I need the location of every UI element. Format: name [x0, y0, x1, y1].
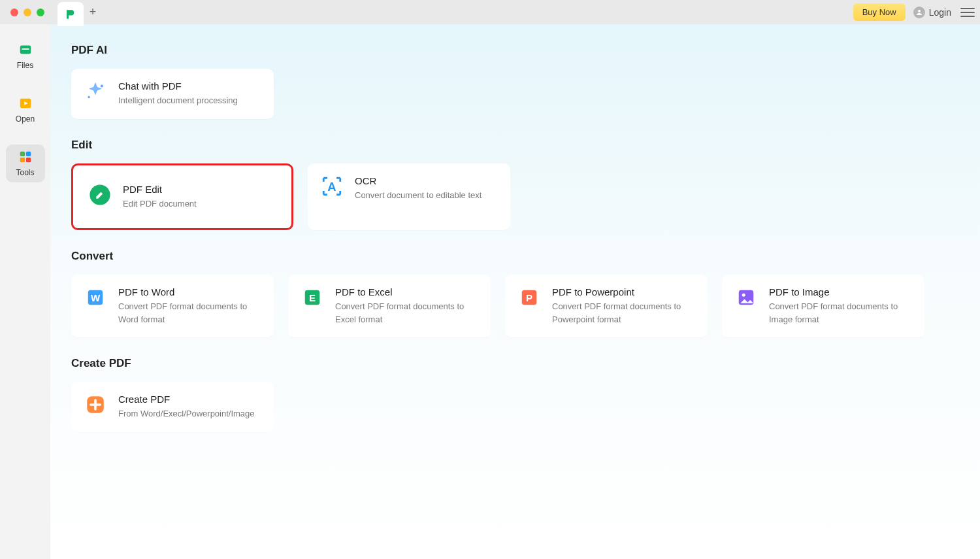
sidebar-item-files[interactable]: Files: [6, 37, 45, 75]
section-title: PDF AI: [71, 44, 959, 57]
section-title: Create PDF: [71, 357, 959, 370]
image-icon: [735, 286, 757, 309]
excel-icon: E: [301, 286, 323, 309]
card-title: PDF to Powerpoint: [552, 286, 694, 297]
sidebar-item-open[interactable]: Open: [6, 91, 45, 129]
card-pdf-to-word[interactable]: W PDF to Word Convert PDF format documen…: [71, 275, 274, 337]
card-desc: Convert PDF format documents to Word for…: [118, 300, 261, 326]
card-desc: Convert PDF format documents to Image fo…: [769, 300, 911, 326]
svg-text:A: A: [327, 180, 336, 194]
open-icon: [18, 96, 33, 110]
maximize-window-button[interactable]: [37, 8, 44, 16]
create-pdf-icon: [84, 394, 106, 416]
svg-point-10: [88, 96, 90, 98]
sparkle-icon: [84, 80, 106, 103]
menu-button[interactable]: [960, 5, 975, 20]
card-title: PDF Edit: [123, 184, 197, 195]
avatar-icon: [913, 7, 925, 18]
powerpoint-icon: P: [518, 286, 540, 309]
login-label: Login: [929, 7, 951, 18]
app-tab[interactable]: [57, 2, 84, 26]
card-title: Chat with PDF: [118, 80, 238, 92]
section-title: Edit: [71, 139, 959, 152]
card-desc: Intelligent document processing: [118, 94, 238, 107]
svg-rect-6: [25, 152, 30, 156]
card-title: PDF to Word: [118, 286, 261, 297]
sidebar-item-label: Files: [17, 61, 33, 70]
login-button[interactable]: Login: [913, 7, 951, 18]
ocr-icon: A: [321, 175, 343, 197]
buy-now-button[interactable]: Buy Now: [853, 3, 906, 21]
main-content: PDF AI Chat with PDF Intelligent documen…: [50, 24, 980, 559]
card-desc: From Word/Execl/Powerpoint/Image: [118, 407, 255, 420]
section-pdf-ai: PDF AI Chat with PDF Intelligent documen…: [71, 44, 959, 119]
section-title: Convert: [71, 250, 959, 263]
svg-point-9: [101, 85, 103, 88]
card-title: OCR: [355, 175, 482, 186]
card-title: PDF to Image: [769, 286, 911, 297]
card-pdf-edit[interactable]: PDF Edit Edit PDF document: [71, 163, 293, 231]
pdf-app-icon: [65, 8, 76, 20]
card-desc: Edit PDF document: [123, 197, 197, 211]
section-edit: Edit PDF Edit Edit PDF document: [71, 139, 959, 231]
close-window-button[interactable]: [10, 8, 18, 16]
card-desc: Convert PDF format documents to Powerpoi…: [552, 300, 694, 326]
files-icon: [18, 42, 33, 57]
window-controls: [5, 8, 44, 16]
svg-text:P: P: [526, 292, 532, 303]
section-create-pdf: Create PDF Create PDF From Word/Execl/Po…: [71, 357, 959, 432]
sidebar-item-label: Tools: [16, 168, 34, 177]
card-pdf-to-powerpoint[interactable]: P PDF to Powerpoint Convert PDF format d…: [505, 275, 708, 337]
sidebar-item-tools[interactable]: Tools: [6, 144, 45, 182]
card-desc: Convert PDF format documents to Excel fo…: [335, 300, 478, 326]
new-tab-button[interactable]: +: [84, 3, 102, 22]
card-pdf-to-image[interactable]: PDF to Image Convert PDF format document…: [722, 275, 924, 337]
card-title: PDF to Excel: [335, 286, 478, 297]
svg-rect-8: [25, 158, 30, 162]
card-chat-with-pdf[interactable]: Chat with PDF Intelligent document proce…: [71, 69, 274, 119]
card-create-pdf[interactable]: Create PDF From Word/Execl/Powerpoint/Im…: [71, 382, 274, 432]
svg-text:W: W: [91, 292, 101, 303]
svg-rect-7: [20, 158, 24, 162]
word-icon: W: [84, 286, 106, 309]
card-title: Create PDF: [118, 394, 255, 405]
svg-rect-2: [22, 48, 29, 50]
card-pdf-to-excel[interactable]: E PDF to Excel Convert PDF format docume…: [288, 275, 491, 337]
minimize-window-button[interactable]: [24, 8, 31, 16]
svg-text:E: E: [309, 292, 316, 303]
titlebar: + Buy Now Login: [0, 0, 980, 24]
card-desc: Convert document to editable text: [355, 189, 482, 202]
section-convert: Convert W PDF to Word Convert PDF format…: [71, 250, 959, 337]
pdf-edit-icon: [89, 184, 111, 206]
sidebar-item-label: Open: [16, 114, 35, 124]
svg-point-20: [742, 294, 745, 297]
card-ocr[interactable]: A OCR Convert document to editable text: [308, 163, 510, 231]
svg-rect-5: [20, 152, 24, 156]
svg-point-0: [918, 10, 921, 12]
sidebar: Files Open Tools: [0, 24, 50, 559]
tools-icon: [18, 150, 33, 164]
